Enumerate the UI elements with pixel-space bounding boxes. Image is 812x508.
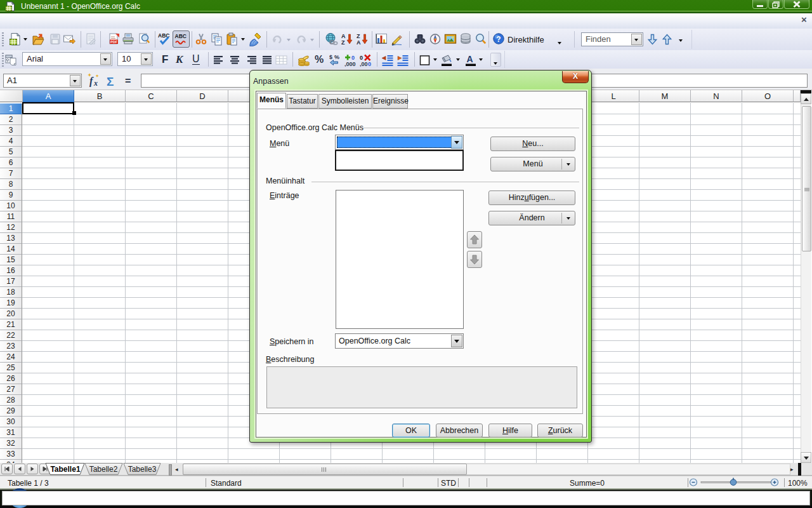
svg-text:ABC: ABC <box>175 33 187 39</box>
svg-text:Tabelle1: Tabelle1 <box>50 465 80 474</box>
svg-text:f: f <box>89 76 94 87</box>
svg-text:A: A <box>341 33 346 39</box>
svg-text:,00: ,00 <box>360 61 368 67</box>
svg-text:Tabelle2: Tabelle2 <box>89 465 118 474</box>
svg-text:?: ? <box>496 35 501 44</box>
svg-text:$: $ <box>329 54 332 60</box>
svg-text:0: 0 <box>368 61 371 67</box>
svg-text:A: A <box>467 54 473 64</box>
svg-text:PDF: PDF <box>110 40 118 44</box>
svg-text:,000: ,000 <box>344 61 356 67</box>
svg-text:Σ: Σ <box>107 75 114 88</box>
svg-text:=: = <box>125 76 131 86</box>
svg-text:Tabelle3: Tabelle3 <box>128 465 157 474</box>
svg-text:0: 0 <box>360 55 363 61</box>
svg-text:x: x <box>93 79 98 88</box>
svg-text:Z: Z <box>341 39 345 46</box>
svg-text:Z: Z <box>357 33 360 39</box>
svg-text:A: A <box>357 39 361 46</box>
svg-text:%: % <box>334 54 339 60</box>
svg-text:0: 0 <box>351 55 355 61</box>
